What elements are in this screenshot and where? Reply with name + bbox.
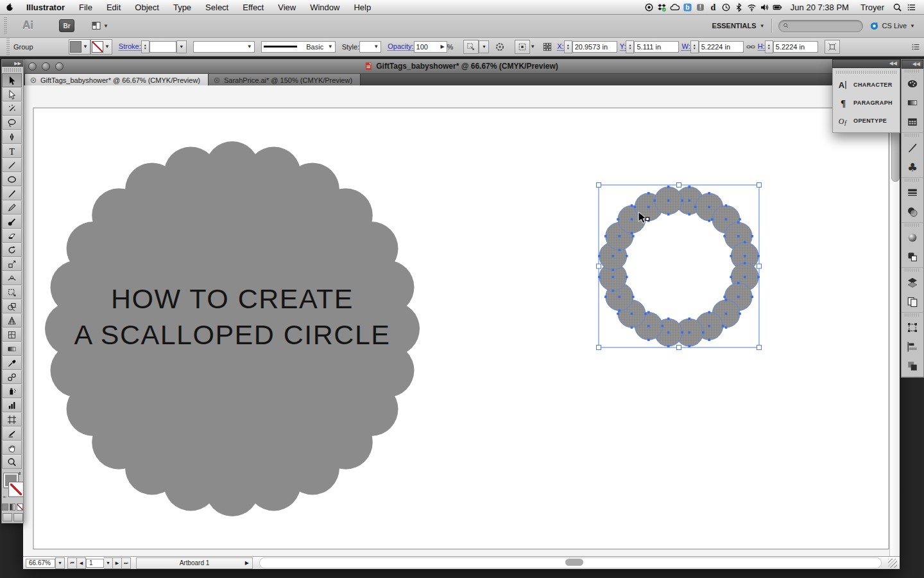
h-label[interactable]: H: <box>758 42 765 51</box>
artwork-text-line1[interactable]: HOW TO CREATE <box>111 283 354 314</box>
stroke-panel-link[interactable]: Stroke: <box>119 42 141 51</box>
x-label[interactable]: X: <box>557 42 563 51</box>
recording-icon[interactable] <box>643 1 656 13</box>
selection-handle[interactable] <box>757 183 762 188</box>
type-tool[interactable]: T <box>2 144 22 158</box>
document-tab-2[interactable]: SarahPrice.ai* @ 150% (CMYK/Preview) <box>209 74 361 86</box>
window-title-bar[interactable]: GiftTags_babyshower* @ 66.67% (CMYK/Prev… <box>23 59 900 74</box>
hand-tool[interactable] <box>2 441 22 455</box>
transform-panel-icon[interactable] <box>904 319 921 336</box>
window-resize-grip[interactable] <box>888 559 897 568</box>
cloud-icon[interactable] <box>669 1 681 13</box>
stroke-weight-field[interactable] <box>150 41 176 53</box>
stroke-weight-stepper[interactable]: ▲▼ <box>141 40 150 53</box>
dock-group-grip[interactable] <box>905 134 920 137</box>
appbar-grip[interactable] <box>4 17 7 34</box>
rotate-tool[interactable] <box>2 243 22 257</box>
y-stepper[interactable]: ▲▼ <box>626 40 634 53</box>
blob-brush-tool[interactable] <box>2 215 22 229</box>
color-mode-button[interactable] <box>2 504 8 511</box>
panel-button-character[interactable]: ACHARACTER <box>833 76 900 94</box>
opacity-field[interactable]: 100▶ <box>414 41 447 53</box>
pencil-tool[interactable] <box>2 200 22 215</box>
zoom-tool[interactable] <box>2 455 22 469</box>
dock-group-grip[interactable] <box>905 69 920 73</box>
lasso-tool[interactable] <box>2 116 22 130</box>
time-machine-icon[interactable] <box>720 1 733 13</box>
direct-selection-tool[interactable] <box>2 87 22 101</box>
spotlight-icon[interactable] <box>891 1 903 13</box>
dropbox-icon[interactable] <box>656 1 669 13</box>
menu-illustrator[interactable]: Illustrator <box>19 3 72 12</box>
constrain-proportions-button[interactable] <box>744 40 758 53</box>
none-mode-button[interactable] <box>17 504 23 511</box>
color-panel-icon[interactable] <box>904 75 921 92</box>
align-to-dropdown[interactable] <box>515 40 530 54</box>
next-artboard-button[interactable]: ▶ <box>113 557 122 569</box>
menu-effect[interactable]: Effect <box>235 3 271 12</box>
gradient-tool[interactable] <box>2 342 22 356</box>
scale-tool[interactable] <box>2 257 22 271</box>
artboard-number-dropdown[interactable]: ▼ <box>104 557 113 569</box>
gradient-mode-button[interactable] <box>10 504 16 511</box>
search-input[interactable] <box>778 20 863 32</box>
tools-panel-grip[interactable] <box>4 68 21 72</box>
w-stepper[interactable]: ▲▼ <box>690 40 699 53</box>
transform-button[interactable] <box>825 40 840 54</box>
panel-button-opentype[interactable]: OfOPENTYPE <box>833 112 900 130</box>
menu-edit[interactable]: Edit <box>99 3 128 12</box>
control-panel-menu-icon[interactable] <box>911 42 920 51</box>
align-panel-icon[interactable] <box>904 338 921 355</box>
menu-user[interactable]: Troyer <box>855 3 889 12</box>
zoom-window-button[interactable] <box>55 62 64 71</box>
w-field[interactable]: 5.2224 in <box>699 41 744 53</box>
artboards-panel-icon[interactable] <box>904 293 921 310</box>
artboard-number-field[interactable]: 1 <box>86 559 104 568</box>
tab-close-icon[interactable] <box>214 77 220 83</box>
x-field[interactable]: 20.9573 in <box>572 41 617 53</box>
swatches-panel-icon[interactable] <box>904 114 921 130</box>
d-letter-icon[interactable]: d <box>707 1 720 13</box>
symbols-panel-icon[interactable]: ♣ <box>904 159 921 175</box>
menu-clock[interactable]: Jun 20 7:38 PM <box>785 3 854 12</box>
tab-close-icon[interactable] <box>30 77 37 83</box>
menu-window[interactable]: Window <box>303 3 346 12</box>
menu-object[interactable]: Object <box>128 3 166 12</box>
vertical-scrollbar[interactable] <box>889 85 900 556</box>
eyedropper-tool[interactable] <box>2 356 22 370</box>
bluetooth-icon[interactable] <box>733 1 746 13</box>
artboard-tool[interactable] <box>2 412 22 426</box>
selection-handle[interactable] <box>757 264 762 268</box>
menu-type[interactable]: Type <box>166 3 198 12</box>
selection-handle[interactable] <box>597 264 601 268</box>
selection-handle[interactable] <box>757 346 762 350</box>
width-tool[interactable] <box>2 271 22 285</box>
pen-tool[interactable] <box>2 130 22 144</box>
wifi-icon[interactable] <box>746 1 758 13</box>
cs-live-button[interactable]: CS Live ▼ <box>869 21 915 31</box>
selection-handle[interactable] <box>677 346 681 350</box>
menu-view[interactable]: View <box>271 3 303 12</box>
menu-file[interactable]: File <box>72 3 99 12</box>
eraser-tool[interactable] <box>2 229 22 243</box>
canvas-area[interactable]: HOW TO CREATEA SCALLOPED CIRCLE <box>23 85 889 556</box>
stroke-swatch-button[interactable] <box>9 482 23 496</box>
appearance-panel-icon[interactable] <box>904 229 921 246</box>
magic-wand-tool[interactable] <box>2 101 22 116</box>
default-fill-stroke-icon[interactable]: ▪▫ <box>3 495 6 499</box>
style-dropdown[interactable]: ▼ <box>359 41 381 53</box>
fill-color-control[interactable]: ▼ <box>69 39 90 55</box>
paintbrush-tool[interactable] <box>2 186 22 200</box>
h-field[interactable]: 5.2224 in <box>773 41 818 53</box>
artboard-name-indicator[interactable]: Artboard 1 ▶ <box>136 557 253 569</box>
transparency-panel-icon[interactable] <box>904 204 921 220</box>
zoom-level-dropdown[interactable]: ▼ <box>55 557 65 569</box>
y-field[interactable]: 5.111 in <box>634 41 679 53</box>
menu-list-icon[interactable] <box>905 1 918 13</box>
selection-handle[interactable] <box>597 346 601 350</box>
dock-group-grip[interactable] <box>905 223 920 227</box>
dock-collapse[interactable]: ◀◀ <box>902 60 923 69</box>
mesh-tool[interactable] <box>2 328 22 342</box>
battery-icon[interactable] <box>771 1 784 13</box>
selection-handle[interactable] <box>677 183 681 188</box>
